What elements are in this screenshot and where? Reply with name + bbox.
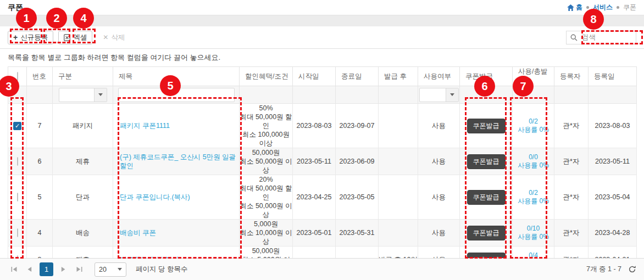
issue-coupon-button[interactable]: 쿠폰발급 [467, 190, 506, 205]
cell-no: 7 [27, 104, 53, 148]
issue-coupon-button[interactable]: 쿠폰발급 [467, 226, 506, 240]
cell-end-date: 2023-09-07 [336, 104, 379, 148]
col-header-category[interactable]: 구분 [53, 67, 113, 86]
col-header-registrant[interactable]: 등록자 [554, 67, 589, 86]
benefit-line: 5,000원 [240, 220, 292, 228]
coupon-title-link[interactable]: 단과 쿠폰입니다.(복사) [120, 193, 190, 201]
toolbar: + 신규등록 엑셀 ✕ 삭제 [0, 26, 644, 48]
usage-link[interactable]: 0/0사용률 0% [513, 153, 554, 170]
coupon-table: 번호 구분 제목 할인혜택/조건 시작일 종료일 발급 후 사용여부 쿠폰발급 … [8, 66, 637, 280]
cell-reg-date: 2023-05-04 [589, 175, 637, 220]
benefit-line: 최소 100,000원 이상 [240, 130, 292, 148]
cell-end-date: 2023-05-31 [336, 220, 379, 247]
select-all-checkbox[interactable] [17, 72, 18, 81]
cell-usage: 0/0사용률 0% [513, 148, 554, 175]
cell-category: 단과 [53, 175, 113, 220]
col-header-reg-date[interactable]: 등록일 [589, 67, 637, 86]
col-header-no[interactable]: 번호 [27, 67, 53, 86]
cell-issue: 쿠폰발급 [460, 148, 513, 175]
refresh-icon [628, 265, 636, 273]
usage-line: 사용률 0% [513, 233, 554, 241]
range-info: 7개 중 1 - 7 [586, 265, 636, 274]
col-header-use-status[interactable]: 사용여부 [418, 67, 460, 86]
current-page-button[interactable]: 1 [40, 262, 53, 276]
coupon-title-link[interactable]: 배송비 쿠폰 [120, 229, 156, 237]
cell-use-status: 사용 [418, 220, 460, 247]
search-input[interactable] [581, 33, 632, 42]
cell-start-date: 2023-08-03 [293, 104, 336, 148]
coupon-title-link[interactable]: 패키지 쿠폰1111 [120, 122, 170, 130]
cell-end-date: 2023-05-05 [336, 175, 379, 220]
benefit-line: 최소 10,000원 이상 [240, 228, 292, 246]
table-header-row: 번호 구분 제목 할인혜택/조건 시작일 종료일 발급 후 사용여부 쿠폰발급 … [8, 67, 637, 86]
row-checkbox[interactable]: ✓ [13, 122, 21, 130]
cell-usage: 0/2사용률 0% [513, 175, 554, 220]
issue-coupon-button[interactable]: 쿠폰발급 [467, 119, 506, 133]
benefit-line: 50,000원 [240, 148, 292, 157]
col-header-after-issue[interactable]: 발급 후 [379, 67, 418, 86]
excel-export-button[interactable]: 엑셀 [58, 31, 92, 44]
refresh-button[interactable] [628, 265, 636, 273]
use-status-filter-select[interactable] [419, 88, 459, 102]
usage-link[interactable]: 0/2사용률 0% [513, 117, 554, 134]
table-row: 5단과단과 쿠폰입니다.(복사)20%최대 50,000원 할인최소 50,00… [8, 175, 637, 220]
cell-category: 배송 [53, 220, 113, 247]
cell-no: 4 [27, 220, 53, 247]
group-by-hint-text: 목록을 항목 별로 그룹화 하려면 항목 컬럼을 여기다 끌어 놓으세요. [8, 53, 220, 63]
row-checkbox[interactable] [17, 193, 18, 201]
col-header-issue[interactable]: 쿠폰발급 [460, 67, 513, 86]
breadcrumb-separator-dot [586, 6, 589, 9]
usage-line: 0/2 [513, 117, 554, 126]
next-page-button[interactable] [57, 264, 69, 276]
page-size-select[interactable]: 20 [95, 262, 126, 277]
cell-after-issue [379, 175, 418, 220]
cell-title: (구) 제휴코드쿠폰_ 오산시 5만원 일괄할인 [113, 148, 240, 175]
cell-title: 단과 쿠폰입니다.(복사) [113, 175, 240, 220]
search-box [566, 31, 636, 44]
cell-usage: 0/2사용률 0% [513, 104, 554, 148]
cell-no: 6 [27, 148, 53, 175]
category-filter-select[interactable] [59, 88, 107, 102]
col-header-usage[interactable]: 사용/총발급 [513, 67, 554, 86]
benefit-line: 최대 50,000원 할인 [240, 113, 292, 130]
cell-after-issue [379, 148, 418, 175]
row-checkbox[interactable] [17, 157, 18, 166]
issue-coupon-button[interactable]: 쿠폰발급 [467, 154, 506, 169]
new-register-button[interactable]: + 신규등록 [8, 31, 53, 44]
table-body: ✓7패키지패키지 쿠폰111150%최대 50,000원 할인최소 100,00… [8, 104, 637, 280]
col-header-benefit[interactable]: 할인혜택/조건 [240, 67, 293, 86]
row-checkbox[interactable] [17, 228, 18, 237]
cell-usage: 0/10사용률 0% [513, 220, 554, 247]
last-page-button[interactable] [73, 264, 85, 276]
col-header-start-date[interactable]: 시작일 [293, 67, 336, 86]
benefit-line: 50% [240, 104, 292, 113]
usage-link[interactable]: 0/10사용률 0% [513, 225, 554, 241]
search-icon [570, 34, 578, 41]
usage-line: 0/10 [513, 225, 554, 233]
usage-line: 0/0 [513, 153, 554, 161]
coupon-admin-page: 쿠폰 홈 서비스 쿠폰 + 신규등록 엑셀 [0, 0, 644, 280]
prev-page-button[interactable] [24, 264, 36, 276]
title-filter-input[interactable] [118, 88, 235, 102]
cell-benefit: 50%최대 50,000원 할인최소 100,000원 이상 [240, 104, 293, 148]
content-card: + 신규등록 엑셀 ✕ 삭제 목록을 항목 별로 그룹화 하려면 항목 컬럼을 … [0, 26, 644, 280]
col-header-title[interactable]: 제목 [113, 67, 240, 86]
cell-registrant: 관*자 [554, 175, 589, 220]
cell-no: 5 [27, 175, 53, 220]
title-bar: 쿠폰 홈 서비스 쿠폰 [0, 0, 644, 15]
breadcrumb-separator-dot [617, 6, 619, 9]
first-page-button[interactable] [8, 264, 20, 276]
cell-end-date: 2023-06-09 [336, 148, 379, 175]
breadcrumb-home-link[interactable]: 홈 [567, 3, 582, 12]
delete-button[interactable]: ✕ 삭제 [97, 31, 130, 44]
cell-use-status: 사용 [418, 175, 460, 220]
cell-reg-date: 2023-08-03 [589, 104, 637, 148]
col-header-end-date[interactable]: 종료일 [336, 67, 379, 86]
cell-title: 패키지 쿠폰1111 [113, 104, 240, 148]
usage-link[interactable]: 0/2사용률 0% [513, 189, 554, 205]
coupon-title-link[interactable]: (구) 제휴코드쿠폰_ 오산시 5만원 일괄할인 [120, 153, 236, 170]
benefit-line: 최소 50,000원 이상 [240, 201, 292, 219]
breadcrumb-service-link[interactable]: 서비스 [593, 3, 613, 12]
cell-benefit: 50,000원최소 50,000원 이상 [240, 148, 293, 175]
cell-issue: 쿠폰발급 [460, 175, 513, 220]
